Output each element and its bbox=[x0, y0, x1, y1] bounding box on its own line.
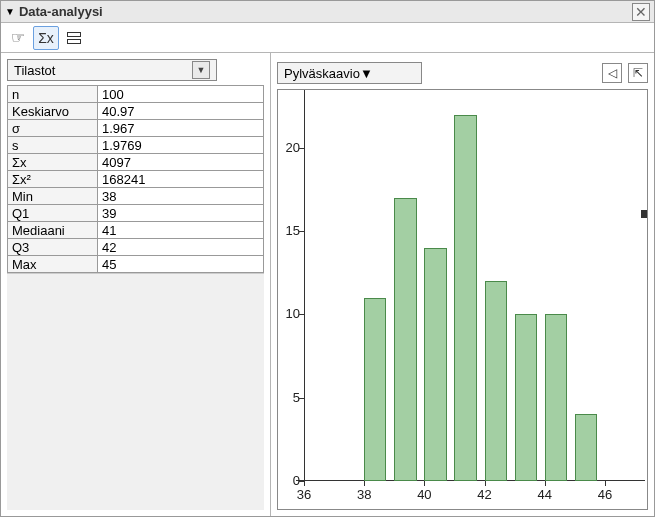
stat-value: 42 bbox=[98, 239, 264, 256]
table-row: Min38 bbox=[8, 188, 264, 205]
x-tick bbox=[304, 481, 305, 486]
x-tick-label: 40 bbox=[417, 487, 431, 502]
chart-header: Pylväskaavio ▼ ◁ ⇱ bbox=[277, 59, 648, 87]
content: Tilastot ▼ n100Keskiarvo40.97σ1.967s1.97… bbox=[1, 53, 654, 516]
window-title: Data-analyysi bbox=[19, 4, 103, 19]
collapse-icon[interactable]: ▼ bbox=[5, 7, 15, 17]
stat-name: Σx² bbox=[8, 171, 98, 188]
stat-name: Max bbox=[8, 256, 98, 273]
table-row: Mediaani41 bbox=[8, 222, 264, 239]
stat-value: 4097 bbox=[98, 154, 264, 171]
stat-name: Σx bbox=[8, 154, 98, 171]
table-row: σ1.967 bbox=[8, 120, 264, 137]
table-row: n100 bbox=[8, 86, 264, 103]
table-row: Σx4097 bbox=[8, 154, 264, 171]
x-tick-label: 42 bbox=[477, 487, 491, 502]
x-tick bbox=[364, 481, 365, 486]
y-tick-label: 20 bbox=[286, 140, 300, 155]
table-row: Q342 bbox=[8, 239, 264, 256]
triangle-left-icon: ◁ bbox=[608, 66, 617, 80]
titlebar: ▼ Data-analyysi ✕ bbox=[1, 1, 654, 23]
x-tick-label: 44 bbox=[537, 487, 551, 502]
x-tick-label: 36 bbox=[297, 487, 311, 502]
stat-name: Q1 bbox=[8, 205, 98, 222]
stat-value: 41 bbox=[98, 222, 264, 239]
y-tick-label: 10 bbox=[286, 306, 300, 321]
y-tick bbox=[299, 231, 304, 232]
bar[interactable] bbox=[545, 314, 567, 481]
x-tick bbox=[485, 481, 486, 486]
popout-button[interactable]: ⇱ bbox=[628, 63, 648, 83]
stat-name: s bbox=[8, 137, 98, 154]
stat-value: 100 bbox=[98, 86, 264, 103]
bar[interactable] bbox=[575, 414, 597, 481]
y-axis bbox=[304, 90, 305, 481]
dropdown-label: Tilastot bbox=[14, 63, 192, 78]
bar[interactable] bbox=[364, 298, 386, 481]
bar[interactable] bbox=[394, 198, 416, 481]
bar[interactable] bbox=[515, 314, 537, 481]
stat-name: σ bbox=[8, 120, 98, 137]
scroll-indicator[interactable] bbox=[641, 210, 647, 218]
table-row: Q139 bbox=[8, 205, 264, 222]
hand-tool-button[interactable] bbox=[5, 26, 31, 50]
y-tick bbox=[299, 314, 304, 315]
table-row: Max45 bbox=[8, 256, 264, 273]
stat-name: n bbox=[8, 86, 98, 103]
stat-name: Q3 bbox=[8, 239, 98, 256]
y-tick bbox=[299, 148, 304, 149]
stack-tool-button[interactable] bbox=[61, 26, 87, 50]
stat-name: Mediaani bbox=[8, 222, 98, 239]
stats-type-dropdown[interactable]: Tilastot ▼ bbox=[7, 59, 217, 81]
plot: 05101520363840424446 bbox=[304, 98, 635, 481]
bar[interactable] bbox=[454, 115, 476, 481]
stack-icon bbox=[67, 32, 81, 44]
close-button[interactable]: ✕ bbox=[632, 3, 650, 21]
back-button[interactable]: ◁ bbox=[602, 63, 622, 83]
x-tick-label: 38 bbox=[357, 487, 371, 502]
bar[interactable] bbox=[485, 281, 507, 481]
dropdown-label: Pylväskaavio bbox=[284, 66, 360, 81]
x-tick-label: 46 bbox=[598, 487, 612, 502]
stat-value: 1.967 bbox=[98, 120, 264, 137]
stat-name: Min bbox=[8, 188, 98, 205]
stats-pane: Tilastot ▼ n100Keskiarvo40.97σ1.967s1.97… bbox=[1, 53, 271, 516]
stat-name: Keskiarvo bbox=[8, 103, 98, 120]
stat-value: 39 bbox=[98, 205, 264, 222]
y-tick-label: 15 bbox=[286, 223, 300, 238]
chevron-down-icon: ▼ bbox=[192, 61, 210, 79]
table-row: Keskiarvo40.97 bbox=[8, 103, 264, 120]
stats-pane-filler bbox=[7, 273, 264, 510]
chart-pane: Pylväskaavio ▼ ◁ ⇱ 05101520363840424446 bbox=[271, 53, 654, 516]
chart-type-dropdown[interactable]: Pylväskaavio ▼ bbox=[277, 62, 422, 84]
stat-value: 1.9769 bbox=[98, 137, 264, 154]
sum-tool-button[interactable]: Σx bbox=[33, 26, 59, 50]
close-icon: ✕ bbox=[635, 4, 647, 20]
x-tick bbox=[424, 481, 425, 486]
chevron-down-icon: ▼ bbox=[360, 66, 373, 81]
x-tick bbox=[545, 481, 546, 486]
stat-value: 168241 bbox=[98, 171, 264, 188]
toolbar: Σx bbox=[1, 23, 654, 53]
table-row: s1.9769 bbox=[8, 137, 264, 154]
x-tick bbox=[605, 481, 606, 486]
stat-value: 38 bbox=[98, 188, 264, 205]
bar[interactable] bbox=[424, 248, 446, 481]
stat-value: 40.97 bbox=[98, 103, 264, 120]
table-row: Σx²168241 bbox=[8, 171, 264, 188]
stats-table: n100Keskiarvo40.97σ1.967s1.9769Σx4097Σx²… bbox=[7, 85, 264, 273]
hand-icon bbox=[11, 28, 25, 47]
stat-value: 45 bbox=[98, 256, 264, 273]
popout-icon: ⇱ bbox=[633, 66, 643, 80]
sigma-icon: Σx bbox=[38, 30, 54, 46]
chart-area[interactable]: 05101520363840424446 bbox=[277, 89, 648, 510]
y-tick bbox=[299, 398, 304, 399]
